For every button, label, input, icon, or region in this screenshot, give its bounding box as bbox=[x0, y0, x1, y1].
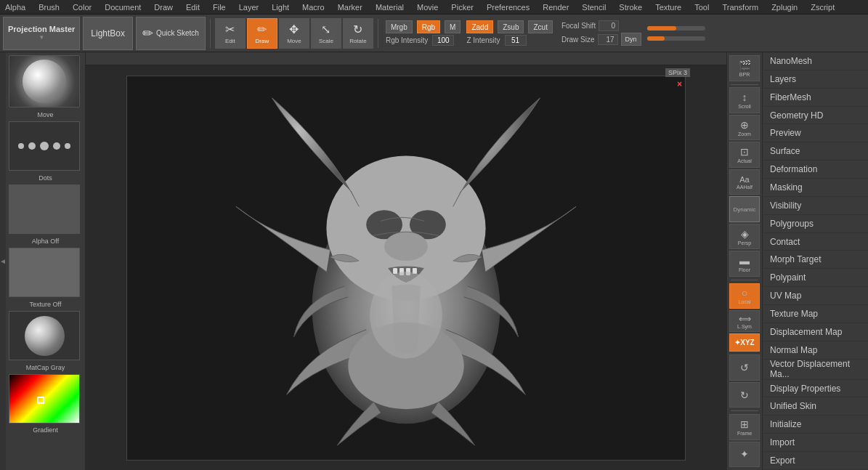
dyn-button[interactable]: Dyn bbox=[621, 33, 641, 46]
menu-texture[interactable]: Texture bbox=[653, 3, 684, 12]
lightbox-button[interactable]: LightBox bbox=[83, 17, 133, 50]
draw-size-slider[interactable] bbox=[647, 36, 705, 41]
menu-draw[interactable]: Draw bbox=[152, 3, 175, 12]
focal-slider[interactable] bbox=[647, 26, 705, 31]
lsym-button[interactable]: ⟺ L.Sym bbox=[729, 310, 760, 332]
rotate-tool-button[interactable]: ↻ Rotate bbox=[343, 18, 373, 49]
menu-brush[interactable]: Brush bbox=[36, 3, 62, 12]
canvas-main[interactable]: × bbox=[86, 65, 726, 470]
texture-preview[interactable] bbox=[9, 248, 80, 297]
panel-item-normalmap[interactable]: Normal Map bbox=[763, 341, 868, 360]
panel-item-export[interactable]: Export bbox=[763, 452, 868, 470]
quick-sketch-button[interactable]: ✏ Quick Sketch bbox=[136, 17, 206, 50]
panel-item-nanomesh[interactable]: NanoMesh bbox=[763, 52, 868, 70]
scale-tool-button[interactable]: ⤡ Scale bbox=[311, 18, 341, 49]
z-params-group: Zadd Zsub Zcut Z Intensity 51 bbox=[466, 20, 552, 46]
panel-item-vectordisplacementmap[interactable]: Vector Displacement Ma... bbox=[763, 360, 868, 380]
matcap-preview[interactable] bbox=[9, 311, 80, 360]
rgb-button[interactable]: Rgb bbox=[417, 20, 440, 33]
menu-macro[interactable]: Macro bbox=[300, 3, 327, 12]
menu-stroke[interactable]: Stroke bbox=[617, 3, 644, 12]
spix-badge: SPix 3 bbox=[665, 68, 690, 77]
menu-tool[interactable]: Tool bbox=[692, 3, 711, 12]
menu-edit[interactable]: Edit bbox=[184, 3, 202, 12]
panel-item-deformation[interactable]: Deformation bbox=[763, 161, 868, 179]
menu-marker[interactable]: Marker bbox=[336, 3, 365, 12]
menu-alpha[interactable]: Alpha bbox=[3, 3, 28, 12]
panel-item-visibility[interactable]: Visibility bbox=[763, 197, 868, 215]
zsub-button[interactable]: Zsub bbox=[498, 20, 524, 33]
menu-movie[interactable]: Movie bbox=[415, 3, 440, 12]
panel-item-fibermesh[interactable]: FiberMesh bbox=[763, 89, 868, 107]
gradient-label: Gradient bbox=[9, 426, 82, 434]
canvas-top-bar bbox=[86, 52, 726, 65]
rt-separator-2 bbox=[731, 280, 758, 280]
panel-item-texturemap[interactable]: Texture Map bbox=[763, 305, 868, 323]
menu-light[interactable]: Light bbox=[269, 3, 291, 12]
panel-item-geometryhd[interactable]: Geometry HD bbox=[763, 107, 868, 125]
rotate-left-button[interactable]: ↺ bbox=[729, 354, 760, 381]
menu-layer[interactable]: Layer bbox=[237, 3, 261, 12]
zoom-button[interactable]: ⊕ Zoom bbox=[729, 115, 760, 141]
panel-item-displacementmap[interactable]: Displacement Map bbox=[763, 323, 868, 341]
frame-button[interactable]: ⊞ Frame bbox=[729, 414, 760, 440]
panel-item-surface[interactable]: Surface bbox=[763, 142, 868, 161]
menu-stencil[interactable]: Stencil bbox=[580, 3, 608, 12]
stroke-preview[interactable] bbox=[9, 121, 80, 171]
menu-color[interactable]: Color bbox=[70, 3, 94, 12]
panel-item-uvmap[interactable]: UV Map bbox=[763, 287, 868, 305]
rotate-right-button[interactable]: ↻ bbox=[729, 382, 760, 408]
menu-zplugin[interactable]: Zplugin bbox=[769, 3, 800, 12]
scroll-label: Scroll bbox=[738, 104, 751, 109]
mrgb-button[interactable]: Mrgb bbox=[386, 20, 413, 33]
draw-tool-button[interactable]: ✏ Draw bbox=[247, 18, 277, 49]
panel-item-polypaint[interactable]: Polypaint bbox=[763, 269, 868, 287]
alpha-preview[interactable] bbox=[9, 185, 80, 234]
gradient-cursor bbox=[37, 397, 44, 404]
aahalf-button[interactable]: Aa AAHalf bbox=[729, 169, 760, 195]
actual-button[interactable]: ⊡ Actual bbox=[729, 142, 760, 168]
panel-item-displayproperties[interactable]: Display Properties bbox=[763, 380, 868, 398]
xyz-button[interactable]: ✦XYZ bbox=[729, 333, 760, 352]
creature-viewport[interactable]: × bbox=[126, 76, 686, 461]
scroll-button[interactable]: ↕ Scroll bbox=[729, 87, 760, 113]
panel-item-contact[interactable]: Contact bbox=[763, 233, 868, 251]
dot-4 bbox=[53, 142, 60, 150]
menu-document[interactable]: Document bbox=[102, 3, 143, 12]
zcut-button[interactable]: Zcut bbox=[528, 20, 552, 33]
frame-label: Frame bbox=[737, 431, 752, 436]
menu-transform[interactable]: Transform bbox=[720, 3, 760, 12]
texture-off-label: Texture Off bbox=[9, 301, 82, 308]
bpr-button[interactable]: 🎬 BPR bbox=[729, 55, 760, 81]
menu-file[interactable]: File bbox=[211, 3, 228, 12]
menu-preferences[interactable]: Preferences bbox=[484, 3, 532, 12]
zadd-button[interactable]: Zadd bbox=[466, 20, 493, 33]
panel-item-import[interactable]: Import bbox=[763, 434, 868, 452]
m-button[interactable]: M bbox=[445, 20, 461, 33]
local-button[interactable]: ○ Local bbox=[729, 283, 760, 309]
extra-tool-button[interactable]: ✦ bbox=[729, 442, 760, 468]
left-edge-arrow[interactable]: ◄ bbox=[0, 52, 6, 470]
lsym-label: L.Sym bbox=[737, 324, 752, 329]
menu-render[interactable]: Render bbox=[540, 3, 571, 12]
menu-zscript[interactable]: Zscript bbox=[808, 3, 837, 12]
panel-item-preview[interactable]: Preview bbox=[763, 124, 868, 142]
persp-button[interactable]: ◈ Persp bbox=[729, 224, 760, 250]
dynamic-button[interactable]: Dynamic bbox=[729, 196, 760, 222]
projection-master-button[interactable]: Projection Master ▼ bbox=[3, 17, 80, 50]
brush-preview[interactable] bbox=[9, 55, 80, 108]
dot-3 bbox=[40, 142, 49, 150]
panel-item-layers[interactable]: Layers bbox=[763, 70, 868, 89]
panel-item-unifiedskin[interactable]: Unified Skin bbox=[763, 397, 868, 416]
panel-item-masking[interactable]: Masking bbox=[763, 179, 868, 197]
floor-button[interactable]: ▬ Floor bbox=[729, 251, 760, 277]
move-tool-button[interactable]: ✥ Move bbox=[279, 18, 309, 49]
gradient-preview[interactable] bbox=[9, 374, 80, 424]
zoom-label: Zoom bbox=[738, 131, 751, 137]
edit-tool-button[interactable]: ✂ Edit bbox=[215, 18, 246, 49]
menu-picker[interactable]: Picker bbox=[449, 3, 476, 12]
panel-item-polygroups[interactable]: Polygroups bbox=[763, 215, 868, 233]
panel-item-morphtarget[interactable]: Morph Target bbox=[763, 251, 868, 269]
panel-item-initialize[interactable]: Initialize bbox=[763, 416, 868, 434]
menu-material[interactable]: Material bbox=[373, 3, 406, 12]
